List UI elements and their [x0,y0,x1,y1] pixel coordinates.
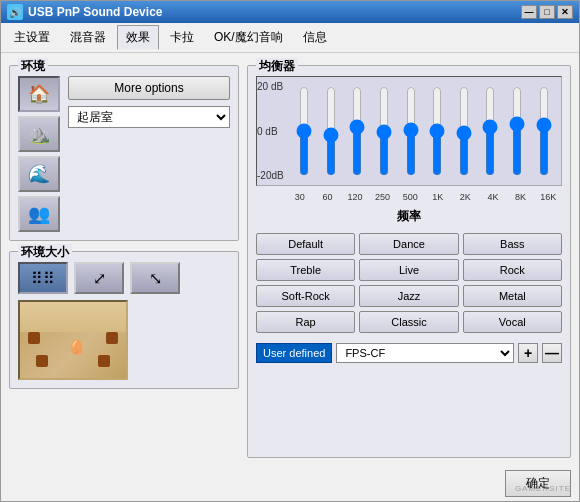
env-size-buttons: ⠿⠿ ⤢ ⤡ [18,262,230,294]
env-content: 🏠 ⛰️ 🌊 👥 More options 起居室 卧室 浴室 客厅 [18,76,230,232]
add-preset-button[interactable]: + [518,343,538,363]
freq-label-8k: 8K [507,192,535,202]
tab-mixer[interactable]: 混音器 [61,25,115,50]
eq-freq-labels: 30 60 120 250 500 1K 2K 4K 8K 16K [286,192,562,202]
eq-label-top: 20 dB [257,81,287,92]
size-btn-small[interactable]: ⠿⠿ [18,262,68,294]
size-btn-large[interactable]: ⤡ [130,262,180,294]
env-icon-people[interactable]: 👥 [18,196,60,232]
eq-slider-30hz[interactable] [296,86,312,176]
speaker-bottom-right [98,355,110,367]
slider-250hz [371,81,398,181]
env-right: More options 起居室 卧室 浴室 客厅 大厅 剧院 [68,76,230,128]
freq-label-120: 120 [341,192,369,202]
more-options-button[interactable]: More options [68,76,230,100]
slider-1khz [424,81,451,181]
env-dropdown[interactable]: 起居室 卧室 浴室 客厅 大厅 剧院 [68,106,230,128]
freq-label-1k: 1K [424,192,452,202]
preset-rock[interactable]: Rock [463,259,562,281]
freq-label-4k: 4K [479,192,507,202]
preset-live[interactable]: Live [359,259,458,281]
freq-label-500: 500 [396,192,424,202]
user-preset-select[interactable]: FPS-CF Custom 1 Custom 2 [336,343,514,363]
eq-slider-500hz[interactable] [403,86,419,176]
tab-effects[interactable]: 效果 [117,25,159,50]
slider-4khz [477,81,504,181]
speaker-top-left [28,332,40,344]
env-size-title: 环境大小 [18,244,72,261]
eq-label-bot: -20dB [257,170,287,181]
eq-slider-1khz[interactable] [429,86,445,176]
user-defined-label: User defined [256,343,332,363]
content-wrapper: 环境 🏠 ⛰️ 🌊 👥 More options 起居室 卧 [1,53,579,501]
eq-slider-120hz[interactable] [349,86,365,176]
env-size-group: 环境大小 ⠿⠿ ⤢ ⤡ 🥚 [9,251,239,389]
eq-slider-16khz[interactable] [536,86,552,176]
env-icon-mountains[interactable]: ⛰️ [18,116,60,152]
tab-ok-magic[interactable]: OK/魔幻音响 [205,25,292,50]
eq-slider-8khz[interactable] [509,86,525,176]
env-icons: 🏠 ⛰️ 🌊 👥 [18,76,60,232]
remove-preset-button[interactable]: — [542,343,562,363]
minimize-button[interactable]: — [521,5,537,19]
eq-group: 均衡器 20 dB 0 dB -20dB [247,65,571,458]
freq-label-250: 250 [369,192,397,202]
slider-16khz [530,81,557,181]
slider-30hz [291,81,318,181]
main-content: 环境 🏠 ⛰️ 🌊 👥 More options 起居室 卧 [1,53,579,466]
eq-slider-2khz[interactable] [456,86,472,176]
eq-sliders-container: 20 dB 0 dB -20dB [256,76,562,186]
eq-slider-250hz[interactable] [376,86,392,176]
preset-vocal[interactable]: Vocal [463,311,562,333]
freq-label-2k: 2K [452,192,480,202]
slider-8khz [504,81,531,181]
slider-60hz [318,81,345,181]
preset-classic[interactable]: Classic [359,311,458,333]
eq-y-labels: 20 dB 0 dB -20dB [257,77,287,185]
user-defined-row: User defined FPS-CF Custom 1 Custom 2 + … [256,343,562,363]
right-panel: 均衡器 20 dB 0 dB -20dB [247,61,571,458]
watermark: GAMERSITE [515,484,571,493]
maximize-button[interactable]: □ [539,5,555,19]
left-panel: 环境 🏠 ⛰️ 🌊 👥 More options 起居室 卧 [9,61,239,458]
speaker-top-right [106,332,118,344]
preset-jazz[interactable]: Jazz [359,285,458,307]
tab-main-settings[interactable]: 主设置 [5,25,59,50]
close-button[interactable]: ✕ [557,5,573,19]
preset-rap[interactable]: Rap [256,311,355,333]
tab-bar: 主设置 混音器 效果 卡拉 OK/魔幻音响 信息 [1,23,579,53]
main-window: 🔊 USB PnP Sound Device — □ ✕ 主设置 混音器 效果 … [0,0,580,502]
preset-default[interactable]: Default [256,233,355,255]
preset-treble[interactable]: Treble [256,259,355,281]
slider-2khz [451,81,478,181]
freq-label-60: 60 [314,192,342,202]
freq-label-16k: 16K [534,192,562,202]
ok-row: 确定 [1,466,579,501]
window-icon: 🔊 [7,4,23,20]
eq-sliders-area [291,81,557,181]
preset-dance[interactable]: Dance [359,233,458,255]
env-icon-water[interactable]: 🌊 [18,156,60,192]
eq-slider-60hz[interactable] [323,86,339,176]
tab-info[interactable]: 信息 [294,25,336,50]
env-group-title: 环境 [18,58,48,75]
preset-soft-rock[interactable]: Soft-Rock [256,285,355,307]
speaker-bottom-left [36,355,48,367]
room-wall [20,302,126,336]
titlebar-left: 🔊 USB PnP Sound Device [7,4,162,20]
size-btn-medium[interactable]: ⤢ [74,262,124,294]
presets-grid: Default Dance Bass Treble Live Rock Soft… [256,233,562,333]
slider-120hz [344,81,371,181]
slider-500hz [397,81,424,181]
eq-content: 20 dB 0 dB -20dB [256,76,562,363]
env-icon-house[interactable]: 🏠 [18,76,60,112]
titlebar-buttons: — □ ✕ [521,5,573,19]
freq-label-30: 30 [286,192,314,202]
titlebar: 🔊 USB PnP Sound Device — □ ✕ [1,1,579,23]
tab-karaoke[interactable]: 卡拉 [161,25,203,50]
eq-slider-4khz[interactable] [482,86,498,176]
preset-bass[interactable]: Bass [463,233,562,255]
preset-metal[interactable]: Metal [463,285,562,307]
window-title: USB PnP Sound Device [28,5,162,19]
room-person: 🥚 [68,339,78,355]
